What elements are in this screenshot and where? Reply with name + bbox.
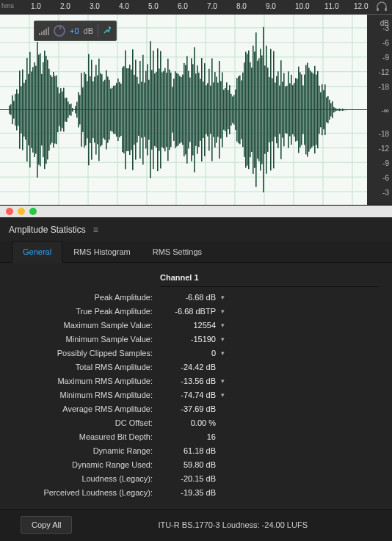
timeline-tick: 12.0 [354,2,368,10]
gain-value[interactable]: +0 [70,26,79,35]
headphone-icon[interactable] [376,1,388,13]
svg-rect-69 [72,108,73,112]
svg-rect-112 [137,77,138,142]
db-scale-label: -6 [382,174,389,182]
svg-rect-51 [46,56,47,164]
svg-rect-68 [70,104,72,115]
stat-row: Average RMS Amplitude:-37.69 dB [13,402,379,415]
svg-rect-158 [204,63,206,156]
dropdown-icon[interactable]: ▾ [221,349,225,357]
svg-rect-171 [223,90,225,130]
svg-rect-44 [35,66,37,154]
svg-rect-220 [295,78,297,142]
close-icon[interactable] [6,208,13,215]
svg-rect-105 [126,68,128,151]
svg-rect-83 [94,77,95,143]
svg-rect-26 [9,106,10,115]
svg-rect-181 [238,76,239,143]
waveform-display[interactable] [0,15,367,205]
svg-rect-196 [260,49,261,171]
gain-unit: dB [84,26,93,35]
stat-value: -15190 [160,335,219,344]
svg-rect-236 [319,86,320,134]
dropdown-icon[interactable]: ▾ [221,308,225,315]
svg-rect-82 [92,81,94,138]
svg-rect-240 [324,84,326,135]
stat-row: Peak Amplitude:-6.68 dB▾ [13,290,379,304]
minimize-icon[interactable] [18,208,25,215]
svg-rect-227 [305,65,307,155]
svg-rect-126 [157,48,159,171]
svg-rect-53 [48,69,50,151]
svg-rect-238 [322,84,323,135]
svg-rect-249 [338,109,339,110]
svg-rect-206 [275,83,276,137]
svg-rect-92 [107,76,109,142]
db-scale-label: -18 [379,130,389,138]
svg-rect-178 [233,95,235,124]
svg-rect-168 [219,61,220,159]
svg-rect-91 [106,70,107,150]
svg-rect-90 [104,80,106,140]
svg-rect-164 [213,82,214,137]
svg-rect-109 [132,49,134,170]
column-header[interactable]: Channel 1 [160,270,379,287]
svg-rect-207 [276,76,277,143]
dropdown-icon[interactable]: ▾ [221,391,225,399]
svg-rect-120 [148,80,150,140]
timeline-unit: hms [1,2,14,10]
svg-rect-218 [292,85,294,134]
svg-rect-199 [264,65,266,153]
svg-rect-137 [173,79,175,141]
dropdown-icon[interactable]: ▾ [221,377,225,385]
panel-title: Amplitude Statistics [9,225,86,235]
svg-rect-222 [298,67,300,153]
tab-rms-histogram[interactable]: RMS Histogram [62,241,142,262]
maximize-icon[interactable] [29,208,37,215]
stats-body: Channel 1 Peak Amplitude:-6.68 dB▾True P… [0,263,392,509]
pin-icon[interactable] [103,26,112,37]
svg-rect-27 [10,104,12,115]
timeline-ruler[interactable]: hms 1.02.03.04.05.06.07.08.09.010.011.01… [0,0,392,15]
svg-rect-52 [47,60,48,160]
svg-rect-57 [54,76,56,143]
panel-menu-icon[interactable]: ≡ [93,225,97,235]
svg-rect-213 [285,87,286,133]
timeline-tick: 2.0 [60,2,70,10]
svg-rect-40 [29,52,31,168]
dropdown-icon[interactable]: ▾ [221,294,225,301]
svg-rect-198 [263,27,264,192]
svg-rect-204 [272,78,273,141]
svg-rect-229 [308,68,310,151]
copy-all-button[interactable]: Copy All [21,516,72,534]
svg-rect-241 [326,98,327,123]
svg-rect-221 [297,79,298,140]
stat-label: Maximum RMS Amplitude: [13,377,160,385]
gain-knob[interactable] [54,25,65,37]
svg-rect-134 [169,70,170,150]
svg-rect-166 [216,76,217,142]
tab-general[interactable]: General [12,241,62,263]
svg-rect-129 [161,72,163,147]
svg-rect-212 [283,73,285,147]
stat-value: -13.56 dB [160,377,219,385]
svg-rect-85 [97,76,98,145]
svg-rect-248 [336,109,338,110]
stat-label: Loudness (Legacy): [13,474,160,483]
svg-rect-111 [135,59,137,159]
svg-rect-183 [241,81,242,139]
panel-title-bar: Amplitude Statistics ≡ [0,217,392,241]
svg-rect-203 [270,49,272,171]
dropdown-icon[interactable]: ▾ [221,335,225,343]
stat-row: Dynamic Range:61.18 dB [13,443,379,457]
volume-bars-icon [39,26,49,35]
svg-rect-245 [332,101,333,118]
svg-rect-65 [66,98,68,122]
svg-rect-113 [138,84,139,136]
tab-rms-settings[interactable]: RMS Settings [142,241,213,262]
svg-rect-55 [51,77,53,143]
svg-rect-162 [210,86,211,134]
svg-rect-119 [147,64,148,155]
svg-rect-214 [286,86,288,134]
dropdown-icon[interactable]: ▾ [221,322,225,329]
